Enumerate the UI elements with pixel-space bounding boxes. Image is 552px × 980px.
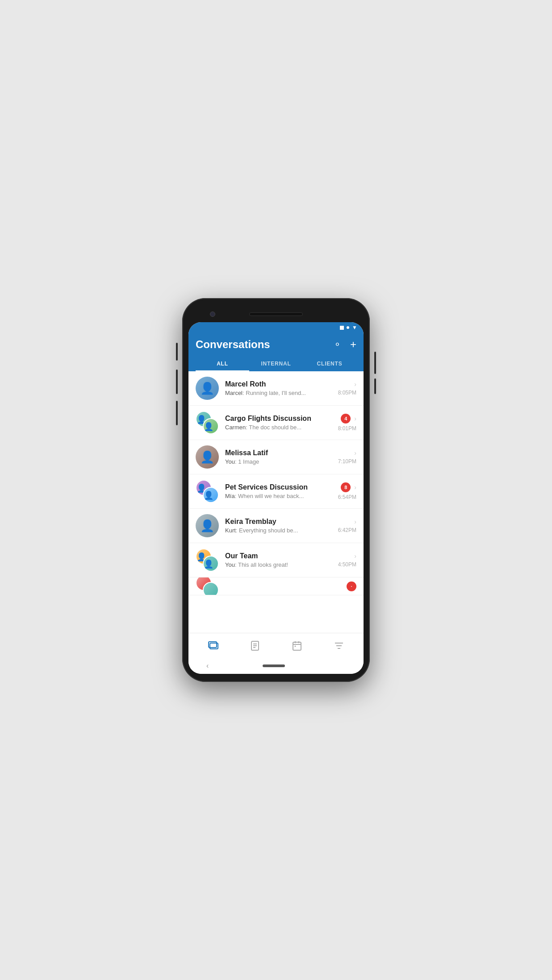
chevron-right-icon: ›: [354, 518, 356, 525]
conv-content: Cargo Flights Discussion Carmen: The doc…: [225, 415, 335, 431]
nav-item-contacts[interactable]: [243, 638, 268, 654]
bottom-nav: [188, 633, 364, 658]
list-item[interactable]: 👤 Marcel Roth Marcel: Running late, I'll…: [188, 371, 364, 406]
avatar: 👤: [196, 514, 219, 537]
conversation-list: 👤 Marcel Roth Marcel: Running late, I'll…: [188, 371, 364, 633]
list-item[interactable]: 👤 👤 Our Team You: This all looks great! …: [188, 543, 364, 577]
calendar-icon: [292, 640, 302, 651]
avatar-group: 👤 👤: [196, 480, 219, 503]
header-top: Conversations ⚬ +: [196, 338, 356, 351]
avatar: [196, 577, 219, 595]
chevron-right-icon: ›: [354, 415, 356, 422]
conv-meta: › 7:10PM: [338, 449, 356, 465]
avatar-face: 👤: [204, 560, 213, 569]
conv-time: 7:10PM: [338, 458, 356, 465]
volume-button: [374, 378, 376, 394]
search-icon[interactable]: ⚬: [334, 339, 341, 350]
conv-name: Cargo Flights Discussion: [225, 415, 335, 423]
conv-preview: Mía: When will we hear back...: [225, 493, 335, 499]
conv-content: Marcel Roth Marcel: Running late, I'll s…: [225, 380, 335, 396]
conv-preview: You: 1 Image: [225, 458, 335, 465]
nav-item-chat[interactable]: [201, 638, 226, 654]
conv-meta: › 6:42PM: [338, 518, 356, 533]
camera: [210, 311, 215, 317]
contacts-icon: [250, 640, 260, 651]
speaker: [249, 312, 303, 316]
add-icon[interactable]: +: [350, 338, 356, 351]
status-bar: ▼: [188, 322, 364, 333]
power-button: [374, 352, 376, 374]
nav-item-calendar[interactable]: [284, 638, 309, 654]
phone-device: ▼ Conversations ⚬ + ALL INTERNAL C: [182, 298, 370, 682]
avatar: 👤: [196, 445, 219, 469]
conv-time: 4:50PM: [338, 561, 356, 568]
list-item[interactable]: 👤 Keira Tremblay Kurt: Everything should…: [188, 509, 364, 543]
chevron-right-icon: ›: [354, 484, 356, 491]
unread-badge: ·: [347, 581, 356, 591]
conv-name: Our Team: [225, 552, 335, 560]
chevron-right-icon: ›: [354, 381, 356, 388]
unread-badge: 8: [341, 482, 351, 492]
list-item[interactable]: 👤 Melissa Latif You: 1 Image › 7:10PM: [188, 440, 364, 474]
conv-content: Our Team You: This all looks great!: [225, 552, 335, 568]
conv-time: 6:42PM: [338, 527, 356, 533]
list-item-partial: ·: [188, 577, 364, 595]
avatar-face: 👤: [204, 422, 213, 431]
avatar-group: [196, 577, 219, 595]
app-title: Conversations: [196, 338, 270, 351]
svg-rect-6: [293, 642, 301, 650]
conv-content: Melissa Latif You: 1 Image: [225, 449, 335, 465]
conv-meta: 4 › 8:01PM: [338, 414, 356, 432]
home-indicator[interactable]: [263, 664, 285, 667]
tabs-bar: ALL INTERNAL CLIENTS: [196, 356, 356, 371]
signal-square: [340, 326, 344, 330]
list-item[interactable]: 👤 👤 Cargo Flights Discussion Carmen: The…: [188, 406, 364, 440]
tab-internal[interactable]: INTERNAL: [249, 356, 303, 371]
conv-name: Keira Tremblay: [225, 518, 335, 526]
avatar: 👤 👤: [196, 411, 219, 434]
system-nav: ‹: [188, 658, 364, 674]
conv-meta: › 4:50PM: [338, 552, 356, 568]
conv-preview: Marcel: Running late, I'll send...: [225, 390, 335, 396]
conv-time: 6:54PM: [338, 494, 356, 500]
app-header: Conversations ⚬ + ALL INTERNAL CLIENTS: [188, 333, 364, 371]
avatar-face: 👤: [200, 514, 214, 537]
chevron-right-icon: ›: [354, 449, 356, 457]
mute-button: [176, 401, 178, 425]
conv-name: Pet Services Discussion: [225, 483, 335, 491]
conv-preview: Kurt: Everything should be...: [225, 527, 335, 534]
vol-up-button: [176, 343, 178, 361]
header-icons: ⚬ +: [334, 338, 356, 351]
signal-dot: [347, 326, 349, 329]
conv-name: Marcel Roth: [225, 380, 335, 388]
vol-down-button: [176, 370, 178, 394]
filter-icon: [334, 640, 344, 651]
phone-screen: ▼ Conversations ⚬ + ALL INTERNAL C: [188, 322, 364, 674]
unread-badge: 4: [341, 414, 351, 424]
conv-meta: 8 › 6:54PM: [338, 482, 356, 500]
avatar-face: 👤: [200, 445, 214, 469]
avatar-face: 👤: [200, 377, 214, 400]
conv-time: 8:01PM: [338, 425, 356, 432]
list-item[interactable]: 👤 👤 Pet Services Discussion Mía: When wi…: [188, 474, 364, 509]
avatar: 👤: [196, 377, 219, 400]
conv-meta: › 8:05PM: [338, 381, 356, 396]
wifi-triangle-icon: ▼: [352, 324, 357, 331]
tab-all[interactable]: ALL: [196, 356, 249, 371]
chevron-right-icon: ›: [354, 552, 356, 560]
phone-top-bar: [188, 306, 364, 322]
conv-meta: ·: [347, 581, 356, 591]
conv-preview: You: This all looks great!: [225, 561, 335, 568]
chat-icon: [208, 640, 218, 651]
avatar: 👤 👤: [196, 480, 219, 503]
conv-time: 8:05PM: [338, 390, 356, 396]
nav-item-filters[interactable]: [326, 638, 351, 654]
avatar-group: 👤 👤: [196, 548, 219, 572]
back-button[interactable]: ‹: [206, 662, 209, 670]
conv-content: Pet Services Discussion Mía: When will w…: [225, 483, 335, 499]
conv-preview: Carmen: The doc should be...: [225, 424, 335, 431]
avatar-face: 👤: [204, 491, 213, 500]
avatar: 👤 👤: [196, 548, 219, 572]
tab-clients[interactable]: CLIENTS: [303, 356, 356, 371]
avatar-group: 👤 👤: [196, 411, 219, 434]
